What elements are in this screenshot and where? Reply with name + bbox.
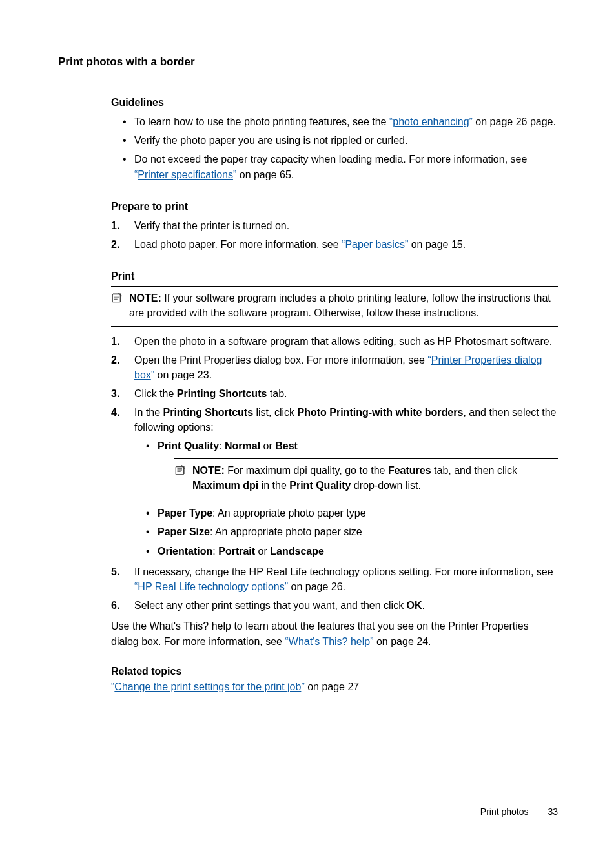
link-photo-enhancing[interactable]: photo enhancing	[393, 116, 469, 127]
page-footer: Print photos 33	[480, 807, 558, 817]
print-step-3: 3. Click the Printing Shortcuts tab.	[134, 384, 558, 403]
link-hp-real-life-options[interactable]: HP Real Life technology options	[138, 581, 284, 592]
option-paper-type: Paper Type: An appropriate photo paper t…	[158, 504, 558, 522]
guidelines-item-1: To learn how to use the photo printing f…	[134, 112, 558, 131]
print-step-4-options: Print Quality: Normal or Best	[134, 437, 558, 455]
page: Print photos with a border Guidelines To…	[0, 0, 616, 853]
print-steps: 1. Open the photo in a software program …	[111, 332, 558, 615]
footer-section: Print photos	[480, 807, 529, 817]
guidelines-list: To learn how to use the photo printing f…	[111, 112, 558, 184]
print-step-4: 4. In the Printing Shortcuts list, click…	[134, 403, 558, 562]
guidelines-item-3: Do not exceed the paper tray capacity wh…	[134, 150, 558, 183]
print-step-5: 5. If necessary, change the HP Real Life…	[134, 562, 558, 596]
print-step-2: 2. Open the Print Properties dialog box.…	[134, 351, 558, 384]
related-section: Related topics “Change the print setting…	[111, 666, 558, 693]
option-print-quality: Print Quality: Normal or Best	[158, 437, 558, 455]
print-step-6: 6. Select any other print settings that …	[134, 596, 558, 615]
guidelines-item-2: Verify the photo paper you are using is …	[134, 131, 558, 150]
page-title: Print photos with a border	[58, 56, 558, 68]
option-paper-size: Paper Size: An appropriate photo paper s…	[158, 522, 558, 541]
guidelines-section: Guidelines To learn how to use the photo…	[111, 97, 558, 184]
page-content: Guidelines To learn how to use the photo…	[111, 97, 558, 693]
prepare-list: 1. Verify that the printer is turned on.…	[111, 216, 558, 254]
prepare-step-1: 1. Verify that the printer is turned on.	[134, 216, 558, 235]
related-heading: Related topics	[111, 666, 558, 677]
prepare-step-2: 2. Load photo paper. For more informatio…	[134, 235, 558, 254]
guidelines-heading: Guidelines	[111, 97, 558, 108]
note-icon	[174, 464, 186, 476]
related-link-line: “Change the print settings for the print…	[111, 681, 558, 693]
link-change-print-settings[interactable]: Change the print settings for the print …	[114, 681, 301, 692]
link-printer-specifications[interactable]: Printer specifications	[138, 169, 233, 180]
footer-page-number: 33	[548, 807, 558, 817]
print-step-4-note-wrap: NOTE: For maximum dpi quality, go to the…	[174, 458, 558, 498]
prepare-heading: Prepare to print	[111, 201, 558, 212]
print-step-1: 1. Open the photo in a software program …	[134, 332, 558, 351]
svg-rect-1	[176, 467, 183, 475]
print-step-4-note: NOTE: For maximum dpi quality, go to the…	[174, 458, 558, 498]
option-orientation: Orientation: Portrait or Landscape	[158, 542, 558, 560]
print-heading: Print	[111, 271, 558, 282]
print-section: Print NOTE: If your software program inc…	[111, 271, 558, 649]
print-step-4-options-2: Paper Type: An appropriate photo paper t…	[134, 504, 558, 560]
note-icon	[111, 292, 123, 303]
print-note-body: NOTE: If your software program includes …	[129, 291, 558, 320]
prepare-section: Prepare to print 1. Verify that the prin…	[111, 201, 558, 254]
link-paper-basics[interactable]: Paper basics	[345, 239, 405, 250]
print-note: NOTE: If your software program includes …	[111, 286, 558, 326]
print-closing-text: Use the What's This? help to learn about…	[111, 619, 558, 648]
print-step-4-note-body: NOTE: For maximum dpi quality, go to the…	[192, 463, 558, 493]
svg-rect-0	[112, 294, 120, 302]
link-whats-this-help[interactable]: What's This? help	[289, 636, 370, 647]
